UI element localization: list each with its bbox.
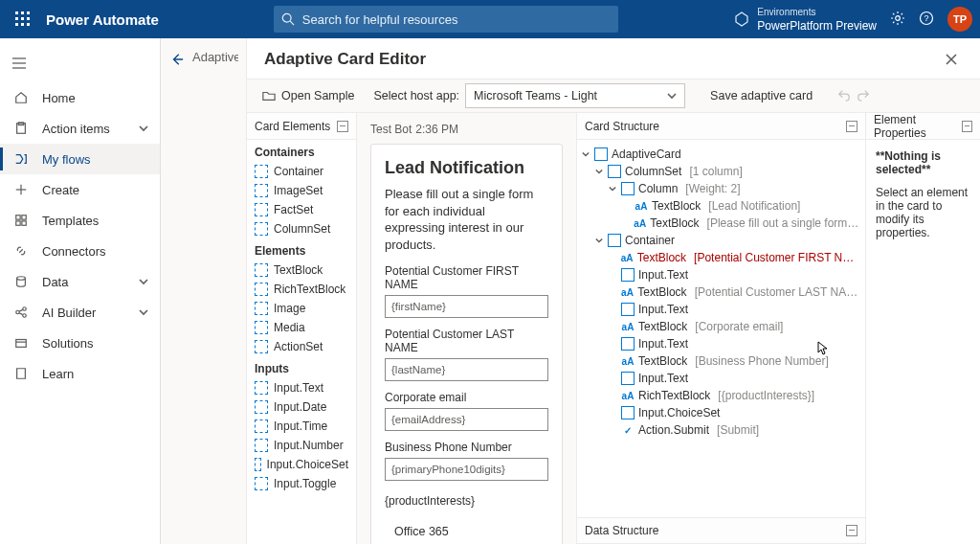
nav-item-action-items[interactable]: Action items [0,113,160,144]
tree-node-name: TextBlock [637,251,686,264]
ai-icon [13,306,29,319]
tree-node-adaptivecard[interactable]: AdaptiveCard [581,146,861,163]
field-input[interactable] [385,458,548,481]
hamburger-icon[interactable] [0,44,38,82]
element-input-toggle[interactable]: Input.Toggle [247,474,356,493]
back-arrow-icon[interactable] [168,50,187,69]
open-sample-button[interactable]: Open Sample [256,85,360,106]
nav-item-my-flows[interactable]: My flows [0,144,160,174]
field-label: Corporate email [385,391,548,404]
element-input-number[interactable]: Input.Number [247,436,356,455]
element-input-choiceset[interactable]: Input.ChoiceSet [247,455,356,474]
text-icon: aA [620,251,633,264]
collapse-panel-icon[interactable] [846,121,858,132]
element-icon [255,203,268,216]
element-image[interactable]: Image [247,299,356,318]
element-input-date[interactable]: Input.Date [247,397,356,417]
tree-node-textblock[interactable]: aATextBlock[Potential Customer FIRST NAM… [581,249,861,266]
element-richtextblock[interactable]: RichTextBlock [247,280,356,299]
twisty-icon[interactable] [608,185,617,193]
tree-node-textblock[interactable]: aATextBlock[Please fill out a single for… [581,215,861,232]
tree-node-name: TextBlock [637,285,686,299]
svg-rect-22 [22,215,26,219]
element-icon [255,381,268,395]
nav-item-data[interactable]: Data [0,266,160,297]
nav-item-solutions[interactable]: Solutions [0,328,160,358]
tree-node-textblock[interactable]: aATextBlock[Lead Notification] [581,197,861,215]
tree-node-textblock[interactable]: aATextBlock[Corporate email] [581,318,861,335]
twisty-icon[interactable] [594,237,604,244]
nav-item-connectors[interactable]: Connectors [0,236,160,266]
nav-label: AI Builder [42,306,125,320]
tree-node-name: Input.Text [638,303,688,316]
collapse-panel-icon[interactable] [337,121,348,132]
tree-node-columnset[interactable]: ColumnSet[1 column] [581,163,861,180]
timestamp: 2:36 PM [415,123,458,136]
field-input[interactable] [385,408,548,431]
nav-item-ai-builder[interactable]: AI Builder [0,297,160,328]
search-input[interactable] [302,12,611,27]
tree-node-textblock[interactable]: aATextBlock[Potential Customer LAST NAME… [581,283,861,301]
save-adaptive-card-button[interactable]: Save adaptive card [704,85,818,106]
element-columnset[interactable]: ColumnSet [247,219,356,238]
environment-name: PowerPlatform Preview [757,19,877,33]
element-properties-panel: Element Properties **Nothing is selected… [865,113,980,544]
tree-node-input-text[interactable]: Input.Text [581,301,861,318]
element-icon [255,439,268,452]
field-input[interactable] [385,295,548,318]
host-app-dropdown[interactable]: Microsoft Teams - Light [465,83,685,108]
help-icon[interactable]: ? [919,11,934,29]
nav-item-home[interactable]: Home [0,82,160,113]
tree-node-action-submit[interactable]: ✓Action.Submit[Submit] [581,421,861,439]
tree-node-input-text[interactable]: Input.Text [581,335,861,352]
nav-item-learn[interactable]: Learn [0,358,160,389]
tree-node-name: Action.Submit [638,423,709,437]
book-icon [13,367,29,380]
svg-rect-7 [21,23,24,26]
collapse-panel-icon[interactable] [846,525,858,536]
element-input-time[interactable]: Input.Time [247,417,356,436]
tree-node-input-text[interactable]: Input.Text [581,266,861,283]
avatar[interactable]: TP [947,7,972,32]
element-container[interactable]: Container [247,162,356,181]
element-actionset[interactable]: ActionSet [247,337,356,356]
tree-node-textblock[interactable]: aATextBlock[Business Phone Number] [581,352,861,370]
tree-node-input-text[interactable]: Input.Text [581,370,861,387]
environment-label: Environments [757,6,877,19]
element-factset[interactable]: FactSet [247,200,356,219]
element-input-text[interactable]: Input.Text [247,378,356,397]
app-launcher-icon[interactable] [8,4,38,34]
svg-rect-1 [21,11,24,14]
tree-node-desc: [Corporate email] [695,320,783,333]
settings-icon[interactable] [890,11,905,29]
search-box[interactable] [274,6,618,33]
nav-item-templates[interactable]: Templates [0,205,160,236]
nav-item-create[interactable]: Create [0,174,160,205]
close-icon[interactable] [940,48,963,71]
tree-node-container[interactable]: Container [581,232,861,249]
tree-node-richtextblock[interactable]: aARichTextBlock[{productInterests}] [581,387,861,404]
nav-label: Data [42,275,125,289]
twisty-icon[interactable] [594,168,604,175]
svg-rect-21 [16,215,20,219]
tree-node-name: AdaptiveCard [612,147,681,161]
twisty-icon[interactable] [581,150,590,158]
tree-node-input-choiceset[interactable]: Input.ChoiceSet [581,404,861,421]
interest-option[interactable]: Office 365 [394,525,548,538]
collapse-panel-icon[interactable] [962,121,972,132]
element-imageset[interactable]: ImageSet [247,181,356,200]
field-label: Potential Customer LAST NAME [385,328,548,354]
svg-rect-6 [15,23,18,26]
card-subtitle: Please fill out a single form for each i… [385,186,548,253]
input-icon [621,337,635,351]
svg-point-9 [282,13,291,22]
element-label: Image [274,302,305,315]
tree-node-column[interactable]: Column[Weight: 2] [581,180,861,197]
nav-label: Learn [42,367,148,381]
element-textblock[interactable]: TextBlock [247,261,356,280]
element-media[interactable]: Media [247,318,356,337]
nav-label: Connectors [42,244,148,259]
field-input[interactable] [385,358,548,381]
element-label: RichTextBlock [274,283,345,296]
environment-picker[interactable]: Environments PowerPlatform Preview [734,6,877,33]
